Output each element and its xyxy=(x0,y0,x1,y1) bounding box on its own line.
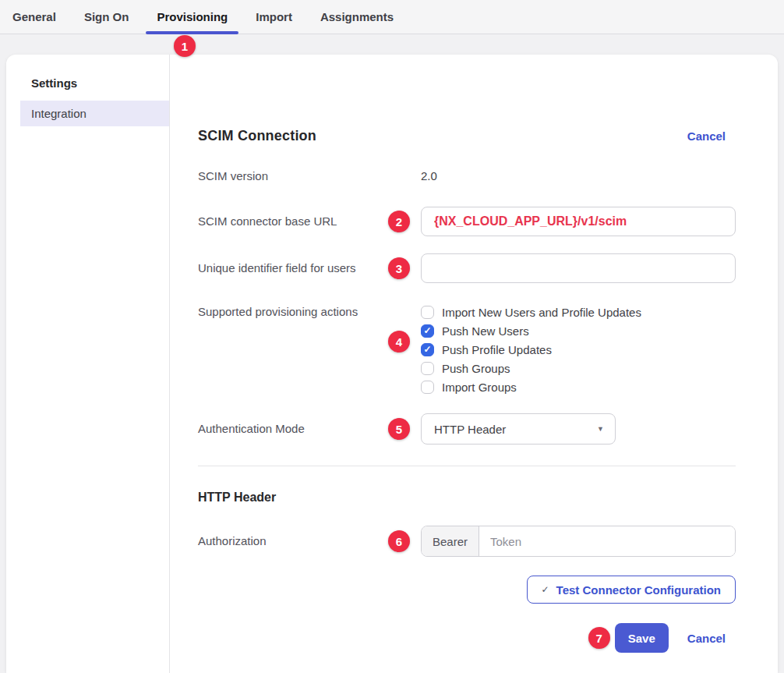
base-url-row: SCIM connector base URL 2 xyxy=(198,207,736,236)
test-connector-button[interactable]: ✓ Test Connector Configuration xyxy=(527,576,736,604)
auth-mode-selected-value: HTTP Header xyxy=(434,423,506,436)
checkbox-icon[interactable] xyxy=(421,324,434,338)
tab-provisioning[interactable]: Provisioning xyxy=(146,0,238,34)
provisioning-card: Settings Integration SCIM Connection Can… xyxy=(6,55,778,673)
option-label: Import Groups xyxy=(442,381,517,394)
save-button[interactable]: Save xyxy=(615,623,669,653)
chevron-down-icon: ▼ xyxy=(597,425,604,433)
step-badge-2: 2 xyxy=(388,211,410,232)
option-label: Push Profile Updates xyxy=(442,343,552,356)
cancel-link-top[interactable]: Cancel xyxy=(687,129,726,143)
scim-version-row: SCIM version 2.0 xyxy=(198,167,736,186)
http-header-heading: HTTP Header xyxy=(198,488,736,507)
option-push-groups[interactable]: Push Groups xyxy=(421,359,736,377)
bearer-prefix: Bearer xyxy=(422,526,479,556)
option-import-groups[interactable]: Import Groups xyxy=(421,377,736,396)
sidebar-header: Settings xyxy=(6,76,169,90)
app-tabbar: General Sign On Provisioning Import Assi… xyxy=(0,0,784,34)
authorization-row: Authorization 6 Bearer xyxy=(198,526,736,557)
provisioning-actions-row: Supported provisioning actions 4 Import … xyxy=(198,303,736,396)
provisioning-actions-label: Supported provisioning actions xyxy=(198,303,421,321)
option-label: Push Groups xyxy=(442,362,510,375)
tab-general[interactable]: General xyxy=(2,0,67,34)
test-connector-row: ✓ Test Connector Configuration xyxy=(198,576,736,604)
option-label: Push New Users xyxy=(442,324,529,338)
cancel-link-bottom[interactable]: Cancel xyxy=(687,632,726,645)
step-badge-4: 4 xyxy=(388,331,410,352)
tab-import[interactable]: Import xyxy=(245,0,303,34)
panel-header: SCIM Connection Cancel xyxy=(198,125,736,147)
base-url-input[interactable] xyxy=(421,207,736,236)
auth-mode-row: Authentication Mode 5 HTTP Header ▼ xyxy=(198,413,736,445)
scim-version-label: SCIM version xyxy=(198,168,421,184)
option-push-profile-updates[interactable]: Push Profile Updates xyxy=(421,340,736,359)
footer-actions-row: 7 Save Cancel xyxy=(198,623,736,653)
checkbox-icon[interactable] xyxy=(421,306,434,319)
tab-sign-on[interactable]: Sign On xyxy=(73,0,140,34)
scim-version-value: 2.0 xyxy=(421,169,437,182)
unique-id-row: Unique identifier field for users 3 xyxy=(198,253,736,283)
authorization-input-group: Bearer xyxy=(421,526,736,557)
section-divider xyxy=(198,466,736,466)
step-badge-1: 1 xyxy=(174,35,196,57)
scim-connection-panel: SCIM Connection Cancel SCIM version 2.0 … xyxy=(170,55,778,673)
option-import-new-users[interactable]: Import New Users and Profile Updates xyxy=(421,303,736,321)
step-badge-3: 3 xyxy=(388,257,410,279)
checkbox-icon[interactable] xyxy=(421,362,434,375)
page-title: SCIM Connection xyxy=(198,128,316,144)
option-label: Import New Users and Profile Updates xyxy=(442,306,641,319)
checkbox-icon[interactable] xyxy=(421,343,434,356)
settings-sidebar: Settings Integration xyxy=(6,55,170,673)
step-badge-5: 5 xyxy=(388,418,410,440)
tab-assignments[interactable]: Assignments xyxy=(309,0,404,34)
option-push-new-users[interactable]: Push New Users xyxy=(421,321,736,340)
step-badge-7: 7 xyxy=(588,627,610,649)
app-screen: General Sign On Provisioning Import Assi… xyxy=(0,0,784,673)
check-icon: ✓ xyxy=(542,584,549,595)
token-input[interactable] xyxy=(479,526,735,556)
sidebar-item-integration[interactable]: Integration xyxy=(20,101,169,126)
unique-id-input[interactable] xyxy=(421,253,736,283)
test-connector-label: Test Connector Configuration xyxy=(556,583,721,597)
step-badge-6: 6 xyxy=(388,530,410,552)
auth-mode-select[interactable]: HTTP Header ▼ xyxy=(421,413,616,445)
checkbox-icon[interactable] xyxy=(421,381,434,394)
